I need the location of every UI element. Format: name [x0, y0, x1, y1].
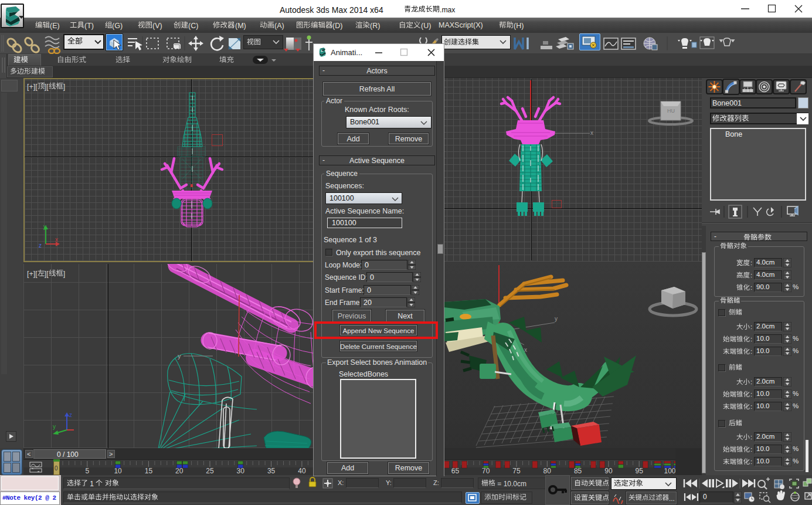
svg-text:95: 95	[636, 467, 644, 475]
svg-text:25: 25	[206, 467, 214, 475]
svg-text:z: z	[39, 242, 42, 249]
svg-text:y: y	[53, 423, 56, 430]
svg-text:y: y	[178, 353, 181, 360]
svg-text:z: z	[69, 412, 72, 418]
svg-text:5: 5	[85, 467, 89, 475]
svg-text:y: y	[555, 316, 558, 322]
svg-text:y: y	[43, 223, 46, 230]
svg-text:80: 80	[543, 467, 552, 475]
svg-text:15: 15	[145, 467, 153, 475]
svg-text:x: x	[55, 236, 58, 243]
svg-text:75: 75	[512, 467, 521, 475]
svg-text:40: 40	[298, 467, 306, 475]
svg-text:35: 35	[267, 467, 276, 475]
svg-text:90: 90	[604, 467, 613, 475]
